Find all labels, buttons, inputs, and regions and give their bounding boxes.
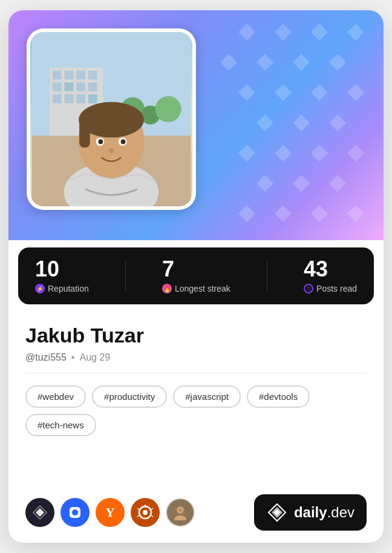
svg-line-35 [151, 515, 153, 517]
svg-point-16 [155, 96, 181, 122]
watermark-icon [237, 143, 256, 165]
watermark-icon [346, 83, 365, 105]
watermark-icon [237, 83, 256, 105]
streak-icon: 🔥 [162, 284, 172, 293]
svg-rect-11 [65, 94, 74, 103]
stat-divider-1 [125, 261, 126, 291]
stat-reputation: 10 ⚡ Reputation [35, 258, 89, 293]
watermark-icon [273, 143, 293, 165]
avatar-image [30, 32, 192, 206]
watermark-icon [310, 83, 329, 105]
stat-posts: 43 ○ Posts read [304, 258, 357, 293]
card-header [8, 10, 384, 240]
community-icon-daily[interactable] [25, 498, 54, 527]
watermark-icon [255, 113, 275, 135]
watermark-icon [219, 53, 238, 74]
svg-rect-12 [76, 94, 85, 103]
watermark-icon [346, 204, 365, 226]
watermark-icon [346, 143, 365, 165]
watermark-icon [310, 143, 329, 165]
watermark-icon [292, 113, 311, 135]
tag-javascript[interactable]: #javascript [173, 385, 241, 408]
watermark-icon [255, 53, 275, 74]
community-icon-hashnode[interactable] [60, 498, 90, 527]
reputation-value: 10 [35, 258, 89, 280]
community-icon-hackernews[interactable]: Y [96, 498, 125, 527]
svg-point-31 [143, 510, 148, 515]
watermark-icon [237, 22, 256, 44]
watermark-icon [346, 22, 365, 44]
community-icons: Y [25, 498, 195, 527]
watermark-icon [273, 83, 293, 105]
watermark-icon [328, 113, 347, 135]
svg-rect-5 [88, 71, 97, 80]
avatar-container [27, 28, 196, 210]
profile-date: Aug 29 [79, 352, 110, 363]
watermark-icon [273, 204, 293, 226]
watermark-icon [292, 53, 311, 74]
watermark-icon [237, 204, 256, 226]
profile-meta: @tuzi555 • Aug 29 [25, 352, 367, 363]
reputation-icon: ⚡ [35, 284, 45, 293]
stats-bar: 10 ⚡ Reputation 7 🔥 Longest streak 43 ○ … [18, 247, 374, 304]
profile-info: Jakub Tuzar @tuzi555 • Aug 29 [8, 312, 384, 373]
svg-rect-22 [79, 118, 90, 148]
community-icon-rust[interactable] [131, 498, 160, 527]
community-icon-user-avatar[interactable] [166, 498, 195, 527]
streak-label: 🔥 Longest streak [162, 284, 230, 293]
reputation-label: ⚡ Reputation [35, 284, 89, 293]
svg-rect-6 [53, 82, 62, 91]
watermark-icon [273, 22, 293, 44]
profile-name: Jakub Tuzar [25, 324, 367, 347]
profile-handle: @tuzi555 [25, 352, 67, 363]
svg-point-38 [178, 508, 182, 512]
tag-webdev[interactable]: #webdev [25, 385, 86, 408]
svg-point-27 [108, 148, 114, 153]
svg-rect-2 [53, 71, 62, 80]
posts-label: ○ Posts read [304, 284, 357, 293]
daily-dev-logo-text: daily.dev [294, 504, 354, 521]
posts-icon: ○ [304, 284, 313, 293]
posts-value: 43 [304, 258, 357, 280]
svg-point-25 [98, 139, 103, 144]
stat-divider-2 [267, 261, 267, 291]
svg-rect-10 [53, 94, 62, 103]
profile-card: 10 ⚡ Reputation 7 🔥 Longest streak 43 ○ … [8, 10, 384, 543]
svg-rect-9 [88, 82, 97, 91]
tags-container: #webdev #productivity #javascript #devto… [8, 373, 384, 446]
daily-dev-logo: daily.dev [254, 494, 367, 531]
svg-line-32 [137, 508, 139, 509]
svg-rect-8 [76, 82, 85, 91]
svg-rect-4 [76, 71, 85, 80]
svg-point-26 [121, 139, 126, 144]
watermark-icon [328, 53, 347, 74]
svg-line-33 [137, 515, 139, 517]
svg-rect-7 [65, 82, 74, 91]
svg-line-34 [151, 508, 153, 509]
dev-text: .dev [327, 504, 354, 521]
streak-value: 7 [162, 258, 230, 280]
svg-rect-3 [65, 71, 74, 80]
watermark-icon [328, 174, 347, 195]
watermark-icon [310, 22, 329, 44]
profile-dot: • [71, 352, 75, 363]
stat-streak: 7 🔥 Longest streak [162, 258, 230, 293]
watermark-icon [255, 174, 275, 195]
bottom-row: Y [8, 485, 384, 543]
watermark-icon [310, 204, 329, 226]
tag-devtools[interactable]: #devtools [247, 385, 310, 408]
daily-dev-logo-icon [266, 502, 288, 523]
tag-tech-news[interactable]: #tech-news [25, 414, 96, 436]
daily-text: daily [294, 504, 327, 521]
svg-point-29 [72, 509, 78, 515]
watermark-icon [292, 174, 311, 195]
svg-rect-13 [88, 94, 97, 103]
tag-productivity[interactable]: #productivity [92, 385, 167, 408]
